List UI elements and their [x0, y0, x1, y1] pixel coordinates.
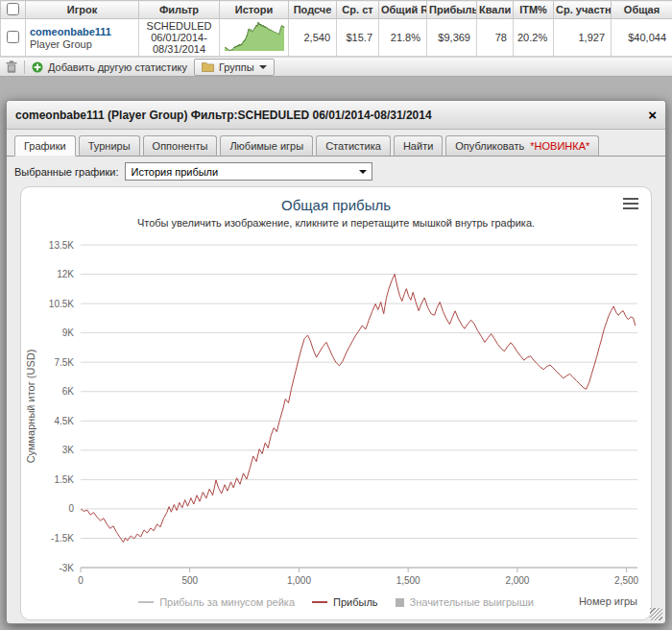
chart-menu-button[interactable] — [623, 198, 638, 209]
table-header-row: Игрок Фильтр Истори Подсче Ср. ст Общий … — [1, 1, 672, 19]
tab-tournaments[interactable]: Турниры — [79, 135, 140, 157]
legend-box-swatch — [396, 598, 404, 607]
svg-text:13.5K: 13.5K — [49, 240, 74, 251]
svg-text:7.5K: 7.5K — [54, 357, 74, 368]
graph-select[interactable]: История прибыли — [125, 162, 372, 181]
legend-item-significant-wins[interactable]: Значительные выигрыши — [396, 596, 534, 608]
header-qualif[interactable]: Квали — [477, 1, 514, 19]
add-statistic-button[interactable]: Добавить другую статистику — [32, 61, 187, 73]
delete-button[interactable] — [6, 61, 17, 73]
table-toolbar: Добавить другую статистику Группы — [0, 57, 672, 77]
chevron-down-icon — [259, 65, 267, 69]
qualif-value: 78 — [477, 19, 514, 57]
filter-line: 08/31/2014 — [143, 43, 215, 55]
chart-panel: Общая прибыль Чтобы увеличить изображени… — [20, 186, 652, 620]
filter-cell: SCHEDULED 06/01/2014- 08/31/2014 — [139, 19, 220, 57]
svg-text:10.5K: 10.5K — [49, 299, 74, 309]
filter-line: SCHEDULED — [143, 20, 215, 32]
x-axis-title: Номер игры — [579, 595, 637, 607]
dialog-tabs: Графики Турниры Оппоненты Любимые игры С… — [7, 130, 665, 157]
header-profit[interactable]: Прибыль — [427, 1, 477, 19]
header-count[interactable]: Подсче — [289, 1, 337, 19]
dialog-title: comeonbabe111 (Player Group) Фильтр:SCHE… — [15, 109, 432, 122]
stats-table-section: Игрок Фильтр Истори Подсче Ср. ст Общий … — [0, 0, 672, 77]
toolbar-separator — [24, 61, 25, 74]
tab-find[interactable]: Найти — [394, 135, 443, 157]
svg-text:2,500: 2,500 — [614, 575, 638, 586]
svg-text:Суммарный итог (USD): Суммарный итог (USD) — [25, 350, 36, 464]
svg-text:1.5K: 1.5K — [54, 474, 74, 485]
legend-label: Прибыль за минусом рейка — [159, 596, 295, 608]
tab-graphs[interactable]: Графики — [14, 135, 76, 157]
legend-item-profit-minus-rake[interactable]: Прибыль за минусом рейка — [138, 596, 295, 608]
select-all-checkbox[interactable] — [7, 3, 19, 15]
legend-row: Прибыль за минусом рейка Прибыль Значите… — [21, 594, 651, 614]
svg-text:0: 0 — [78, 575, 84, 586]
stats-table: Игрок Фильтр Истори Подсче Ср. ст Общий … — [0, 0, 672, 57]
hamburger-icon — [623, 198, 638, 200]
graph-select-label: Выбранные графики: — [14, 166, 118, 178]
svg-text:2,000: 2,000 — [505, 575, 529, 586]
chart-subtitle: Чтобы увеличить изображение, кликните и … — [21, 216, 651, 230]
close-icon[interactable]: × — [648, 108, 657, 122]
graph-select-value: История прибыли — [131, 166, 218, 178]
trash-icon — [6, 61, 17, 73]
svg-text:3K: 3K — [62, 445, 75, 455]
svg-text:4.5K: 4.5K — [54, 416, 74, 426]
svg-text:12K: 12K — [57, 269, 74, 279]
header-total[interactable]: Общая — [612, 1, 672, 19]
header-filter[interactable]: Фильтр — [139, 1, 220, 19]
groups-dropdown[interactable]: Группы — [194, 59, 275, 76]
count-value: 2,540 — [289, 19, 337, 57]
header-player[interactable]: Игрок — [26, 1, 139, 19]
history-sparkline[interactable] — [224, 21, 285, 52]
total-roi-value: 21.8% — [379, 19, 427, 57]
table-row: comeonbabe111 Player Group SCHEDULED 06/… — [1, 19, 672, 57]
svg-text:1,000: 1,000 — [287, 575, 311, 586]
svg-text:500: 500 — [181, 575, 198, 586]
header-avg-entrants[interactable]: Ср. участни — [554, 1, 612, 19]
folder-icon — [202, 61, 214, 72]
tab-favorite-games[interactable]: Любимые игры — [220, 135, 313, 157]
player-cell: comeonbabe111 Player Group — [26, 19, 139, 57]
legend-item-profit[interactable]: Прибыль — [312, 596, 378, 608]
chart-title: Общая прибыль — [21, 196, 651, 214]
legend-line-swatch — [138, 601, 154, 603]
header-avg-stake[interactable]: Ср. ст — [337, 1, 379, 19]
player-link[interactable]: comeonbabe111 — [30, 26, 134, 37]
tab-statistics[interactable]: Статистика — [316, 135, 391, 157]
plus-icon — [32, 61, 43, 73]
profit-value: $9,369 — [427, 19, 477, 57]
resize-handle[interactable] — [650, 608, 662, 620]
tab-publish[interactable]: Опубликовать *НОВИНКА* — [445, 135, 599, 157]
svg-text:-1.5K: -1.5K — [51, 533, 74, 544]
svg-text:9K: 9K — [62, 327, 75, 338]
svg-text:1,500: 1,500 — [396, 575, 420, 586]
row-checkbox[interactable] — [7, 31, 19, 43]
filter-line: 06/01/2014- — [143, 32, 215, 43]
groups-label: Группы — [219, 61, 254, 73]
add-statistic-label: Добавить другую статистику — [48, 61, 187, 73]
dialog-titlebar: comeonbabe111 (Player Group) Фильтр:SCHE… — [7, 101, 665, 130]
tab-publish-label: Опубликовать — [455, 140, 524, 152]
header-total-roi[interactable]: Общий R — [379, 1, 427, 19]
chart-legend: Прибыль за минусом рейка Прибыль Значите… — [21, 594, 651, 610]
history-sparkline-cell[interactable] — [220, 19, 289, 57]
profit-chart[interactable]: -3K-1.5K01.5K3K4.5K6K7.5K9K10.5K12K13.5K… — [21, 235, 651, 593]
chevron-down-icon — [359, 170, 367, 174]
total-value: $40,044 — [612, 19, 672, 57]
new-badge: *НОВИНКА* — [530, 140, 589, 152]
legend-line-swatch — [312, 601, 327, 603]
avg-stake-value: $15.7 — [337, 19, 379, 57]
header-itm[interactable]: ITM% — [514, 1, 554, 19]
itm-value: 20.2% — [514, 19, 554, 57]
avg-entrants-value: 1,927 — [554, 19, 612, 57]
legend-label: Значительные выигрыши — [410, 596, 534, 608]
header-history[interactable]: Истори — [220, 1, 289, 19]
tab-opponents[interactable]: Оппоненты — [143, 135, 218, 157]
svg-text:0: 0 — [68, 503, 74, 514]
svg-text:-3K: -3K — [59, 563, 74, 573]
player-dialog: comeonbabe111 (Player Group) Фильтр:SCHE… — [6, 100, 666, 624]
player-type-label: Player Group — [30, 38, 134, 50]
legend-label: Прибыль — [333, 596, 378, 608]
